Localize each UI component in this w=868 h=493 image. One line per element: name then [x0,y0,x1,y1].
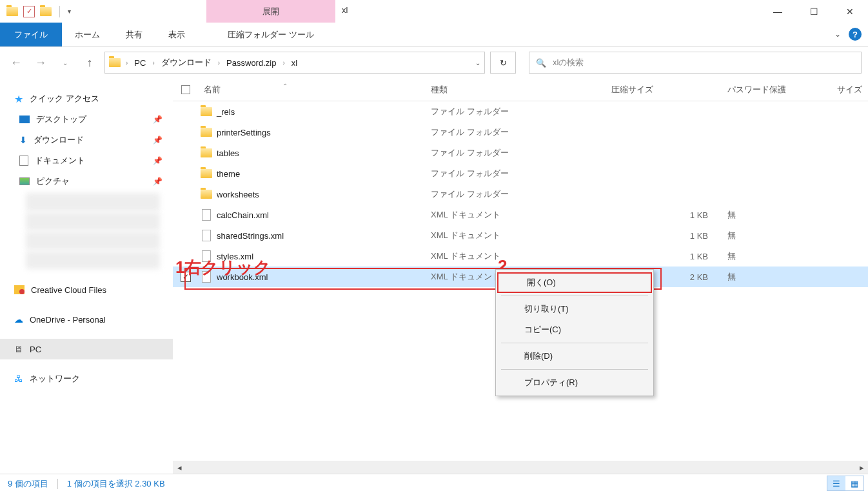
file-name: theme [214,169,431,179]
folder-icon [6,6,18,17]
tab-view[interactable]: 表示 [155,23,198,46]
tab-share[interactable]: 共有 [113,23,155,46]
qat-folder-icon[interactable] [40,6,52,17]
ribbon-collapse-icon[interactable]: ⌄ [834,30,841,39]
sidebar-label: クイック アクセス [30,93,99,105]
close-button[interactable]: ✕ [832,0,868,23]
download-icon: ⬇ [19,135,27,145]
ctx-copy[interactable]: コピー(C) [496,319,653,340]
pin-icon[interactable]: 📌 [153,115,163,124]
folder-icon [199,148,214,157]
chevron-right-icon[interactable]: › [281,59,286,66]
sidebar-documents[interactable]: ドキュメント 📌 [0,150,173,171]
breadcrumb-pc[interactable]: PC [133,58,147,68]
sidebar-network[interactable]: 🖧 ネットワーク [0,368,173,389]
details-view-button[interactable]: ☰ [827,476,845,490]
file-row[interactable]: themeファイル フォルダー [173,163,868,184]
file-type: ファイル フォルダー [431,188,611,200]
file-row[interactable]: tablesファイル フォルダー [173,143,868,163]
breadcrumb-xl[interactable]: xl [290,58,299,68]
refresh-button[interactable]: ↻ [490,52,516,74]
scroll-left-icon[interactable]: ◂ [173,461,186,474]
sidebar-label: ピクチャ [36,176,70,187]
help-icon[interactable]: ? [849,28,862,41]
sidebar-quick-access[interactable]: ★ クイック アクセス [0,88,173,109]
breadcrumb-zip[interactable]: Password.zip [225,58,277,68]
file-row[interactable]: styles.xmlXML ドキュメント1 KB無 [173,246,868,267]
chevron-right-icon[interactable]: › [124,59,129,66]
file-row[interactable]: worksheetsファイル フォルダー [173,184,868,205]
ctx-open[interactable]: 開く(O) [497,272,652,293]
breadcrumb-downloads[interactable]: ダウンロード [160,57,213,68]
column-type[interactable]: 種類 [431,84,611,96]
sidebar-desktop[interactable]: デスクトップ 📌 [0,109,173,130]
pictures-icon [19,177,30,185]
address-dropdown-icon[interactable]: ⌄ [475,59,480,66]
column-size[interactable]: 圧縮サイズ [611,84,727,96]
folder-icon [199,128,214,137]
file-type: XML ドキュメント [431,230,611,241]
ctx-delete[interactable]: 削除(D) [496,346,653,367]
tab-compressed-tools[interactable]: 圧縮フォルダー ツール [206,23,335,47]
ctx-separator [501,369,648,370]
sidebar-pictures[interactable]: ピクチャ 📌 [0,171,173,192]
tab-home[interactable]: ホーム [62,23,113,46]
chevron-right-icon[interactable]: › [151,59,155,66]
folder-icon [199,190,214,199]
address-bar[interactable]: › PC › ダウンロード › Password.zip › xl ⌄ [104,52,485,74]
sidebar-label: Creative Cloud Files [31,285,106,295]
recent-dropdown-icon[interactable]: ⌄ [55,53,75,72]
qat-checkbox-icon[interactable]: ✓ [23,6,35,17]
status-item-count: 9 個の項目 [8,478,48,490]
ribbon-tabs: ファイル ホーム 共有 表示 圧縮フォルダー ツール ⌄ ? [0,23,868,47]
thumbnails-view-button[interactable]: ▦ [845,476,863,490]
ctx-separator [501,296,648,296]
scroll-right-icon[interactable]: ▸ [855,461,868,474]
sidebar-pc[interactable]: 🖥 PC [0,339,173,359]
sidebar-label: PC [30,345,41,354]
file-type: ファイル フォルダー [431,106,611,117]
navigation-bar: ← → ⌄ ↑ › PC › ダウンロード › Password.zip › x… [0,47,868,78]
file-name: printerSettings [214,128,431,137]
sidebar-onedrive[interactable]: ☁ OneDrive - Personal [0,309,173,330]
file-password: 無 [727,271,837,283]
sort-indicator-icon: ⌃ [282,83,288,90]
horizontal-scrollbar[interactable]: ◂ ▸ [173,461,868,474]
pin-icon[interactable]: 📌 [153,156,163,165]
pin-icon[interactable]: 📌 [153,177,163,186]
file-row[interactable]: printerSettingsファイル フォルダー [173,122,868,143]
sidebar-label: ドキュメント [35,155,85,166]
file-icon [199,230,214,241]
search-input[interactable]: 🔍 xlの検索 [529,52,862,74]
file-size: 1 KB [611,210,727,220]
minimize-button[interactable]: — [760,0,796,23]
desktop-icon [19,116,30,123]
file-name: tables [214,148,431,158]
maximize-button[interactable]: ☐ [796,0,832,23]
sidebar-label: デスクトップ [36,114,86,125]
file-row[interactable]: calcChain.xmlXML ドキュメント1 KB無 [173,205,868,225]
star-icon: ★ [14,93,23,105]
chevron-right-icon[interactable]: › [217,59,221,66]
back-button[interactable]: ← [6,53,26,72]
tab-file[interactable]: ファイル [0,23,62,46]
file-row[interactable]: sharedStrings.xmlXML ドキュメント1 KB無 [173,225,868,246]
search-placeholder: xlの検索 [553,57,584,68]
sidebar-creative-cloud[interactable]: Creative Cloud Files [0,279,173,300]
sidebar-downloads[interactable]: ⬇ ダウンロード 📌 [0,130,173,150]
ctx-properties[interactable]: プロパティ(R) [496,372,653,393]
file-size: 1 KB [611,252,727,261]
ctx-cut[interactable]: 切り取り(T) [496,299,653,319]
pin-icon[interactable]: 📌 [153,136,163,145]
network-icon: 🖧 [14,374,23,384]
up-button[interactable]: ↑ [80,53,99,72]
column-name[interactable]: 名前⌃ [199,84,431,96]
status-selection: 1 個の項目を選択 2.30 KB [67,478,165,490]
file-row[interactable]: _relsファイル フォルダー [173,101,868,122]
sidebar-item-blurred [26,232,160,250]
column-size2[interactable]: サイズ [837,84,868,96]
forward-button[interactable]: → [31,53,50,72]
column-checkbox[interactable] [173,85,199,94]
qat-dropdown-icon[interactable]: ▾ [68,8,71,15]
column-password[interactable]: パスワード保護 [727,84,837,96]
